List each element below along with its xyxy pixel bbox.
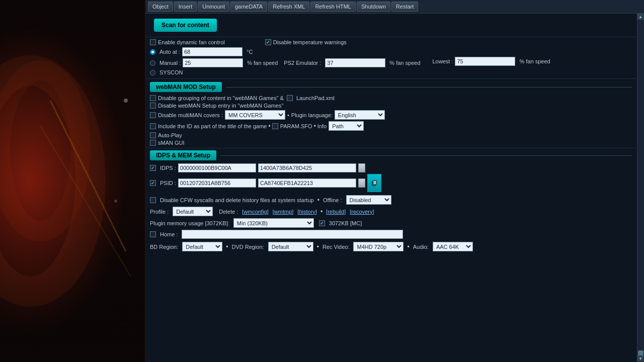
psid-input1[interactable] <box>178 178 256 188</box>
refresh-xml-button[interactable]: Refresh XML <box>268 2 309 12</box>
launchpad-checkbox[interactable] <box>287 95 293 101</box>
syscon-radio[interactable] <box>150 70 155 75</box>
disable-setup-entry-checkbox[interactable] <box>150 103 156 109</box>
syscon-label: SYSCON <box>159 69 183 75</box>
disable-cfw-label: Disable CFW syscalls and delete history … <box>160 197 314 203</box>
manual-input[interactable] <box>183 58 243 67</box>
auto-at-radio[interactable] <box>150 49 155 55</box>
disable-multiman-checkbox[interactable] <box>150 112 156 118</box>
insert-button[interactable]: Insert <box>174 2 197 12</box>
idps-input1[interactable] <box>178 163 256 172</box>
memory-mc-checkbox[interactable] <box>319 220 325 226</box>
gamedata-button[interactable]: gameDATA <box>230 2 267 12</box>
disable-grouping-checkbox[interactable] <box>150 95 156 101</box>
svg-point-1 <box>0 70 80 231</box>
disable-cfw-checkbox[interactable] <box>150 197 156 203</box>
unmount-button[interactable]: Unmount <box>198 2 229 12</box>
include-id-label: Include the ID as part of the title of t… <box>158 123 267 129</box>
enable-dynamic-fan-checkbox[interactable] <box>150 39 156 45</box>
shutdown-button[interactable]: Shutdown <box>357 2 390 12</box>
webman-section-title: webMAN MOD Setup <box>150 82 222 92</box>
audio-label: Audio: <box>413 244 429 250</box>
offline-label: Offline : <box>323 197 342 203</box>
param-sfo-label: PARAM.SFO <box>280 123 312 129</box>
home-label: Home : <box>160 231 178 237</box>
mm-covers-select[interactable]: MM COVERS <box>225 110 285 120</box>
param-info-select[interactable]: Path <box>329 121 364 131</box>
enable-dynamic-fan-label: Enable dynamic fan control <box>158 39 225 45</box>
auto-play-checkbox[interactable] <box>150 132 156 138</box>
plugin-language-select[interactable]: English <box>335 110 385 120</box>
memory-mc-label: 3072KB [MC] <box>329 220 362 226</box>
dot-sep1: • <box>287 112 289 118</box>
plugin-memory-label: Plugin memory usage [3072KB]: <box>150 220 229 226</box>
lowest-label: Lowest : <box>433 58 453 64</box>
toolbar: Object Insert Unmount gameDATA Refresh X… <box>146 0 644 14</box>
disable-temp-warnings-label: Disable temperature warnings <box>273 39 347 45</box>
idps-section-content: IDPS : PSID : <box>146 163 636 251</box>
psid-btn1[interactable] <box>358 178 365 188</box>
profile-label: Profile : <box>150 209 169 215</box>
delete-wmconfig-link[interactable]: [wmconfig] <box>242 209 269 215</box>
dvd-region-select[interactable]: Default <box>268 242 313 251</box>
delete-label: Delete : <box>219 209 238 215</box>
copy-button[interactable] <box>367 174 381 192</box>
lowest-input[interactable] <box>455 57 515 66</box>
bd-region-label: BD Region: <box>150 244 178 250</box>
idps-checkbox[interactable] <box>150 165 156 171</box>
offline-select[interactable]: Disabled <box>346 195 391 205</box>
ps2-input[interactable] <box>325 58 385 67</box>
rec-video-label: Rec Video: <box>323 244 350 250</box>
delete-recovery-link[interactable]: [recovery] <box>350 209 374 215</box>
refresh-html-button[interactable]: Refresh HTML <box>310 2 356 12</box>
home-checkbox[interactable] <box>150 231 156 237</box>
scrollbar-arrow-down[interactable]: ▼ <box>637 355 643 361</box>
delete-wmtmp-link[interactable]: [wmtmp] <box>273 209 294 215</box>
dvd-region-label: DVD Region: <box>231 244 264 250</box>
rec-video-select[interactable]: M4HD 720p <box>353 242 404 251</box>
psid-label: PSID : <box>160 180 176 186</box>
svg-point-4 <box>124 99 128 103</box>
param-sfo-checkbox[interactable] <box>272 123 278 129</box>
pct-fan-speed2-label: % fan speed <box>519 58 550 64</box>
idps-section-header: IDPS & MEM Setup <box>150 150 636 160</box>
memory-select[interactable]: Min (320KB) <box>233 218 314 228</box>
delete-history-link[interactable]: [history] <box>297 209 317 215</box>
disable-temp-warnings-checkbox[interactable] <box>265 39 271 45</box>
auto-play-label: Auto-Play <box>158 132 182 138</box>
sman-gui-label: sMAN GUI <box>158 140 185 146</box>
delete-rebuild-link[interactable]: [rebuild] <box>326 209 346 215</box>
bd-region-select[interactable]: Default <box>182 242 222 251</box>
sman-gui-checkbox[interactable] <box>150 140 156 146</box>
idps-section-title: IDPS & MEM Setup <box>150 150 216 160</box>
home-input[interactable] <box>182 230 403 239</box>
idps-label: IDPS : <box>160 165 176 171</box>
profile-select[interactable]: Default <box>173 207 213 216</box>
psid-input2[interactable] <box>258 178 356 188</box>
pct-fan-speed3-label: % fan speed <box>389 60 420 66</box>
pct-fan-speed-label: % fan speed <box>247 60 278 66</box>
svg-point-5 <box>114 200 117 203</box>
auto-at-input[interactable] <box>182 47 243 56</box>
idps-section-line <box>220 155 632 156</box>
scan-content-button[interactable]: Scan for content <box>154 19 217 32</box>
fan-control-section: Enable dynamic fan control Disable tempe… <box>146 39 636 75</box>
psid-checkbox[interactable] <box>150 180 156 186</box>
webman-section-header: webMAN MOD Setup <box>150 82 636 92</box>
disable-setup-entry-label: Disable webMAN Setup entry in "webMAN Ga… <box>158 103 283 109</box>
idps-input2[interactable] <box>258 163 356 172</box>
info-label: Info <box>317 123 327 129</box>
ps2-emulator-label: PS2 Emulator : <box>284 60 321 66</box>
auto-at-label: Auto at : <box>159 49 180 55</box>
audio-select[interactable]: AAC 64K <box>433 242 473 251</box>
restart-button[interactable]: Restart <box>391 2 418 12</box>
disable-multiman-label: Disable multiMAN covers : <box>158 112 223 118</box>
idps-btn1[interactable] <box>358 163 365 172</box>
launchpad-label: LaunchPad.xml <box>296 95 335 101</box>
manual-radio[interactable] <box>150 60 155 66</box>
main-content: Object Insert Unmount gameDATA Refresh X… <box>146 0 644 362</box>
celsius-unit: °C <box>247 49 253 55</box>
include-id-checkbox[interactable] <box>150 123 156 129</box>
scrollbar-arrow-up[interactable]: ▲ <box>637 14 643 20</box>
object-button[interactable]: Object <box>148 2 173 12</box>
